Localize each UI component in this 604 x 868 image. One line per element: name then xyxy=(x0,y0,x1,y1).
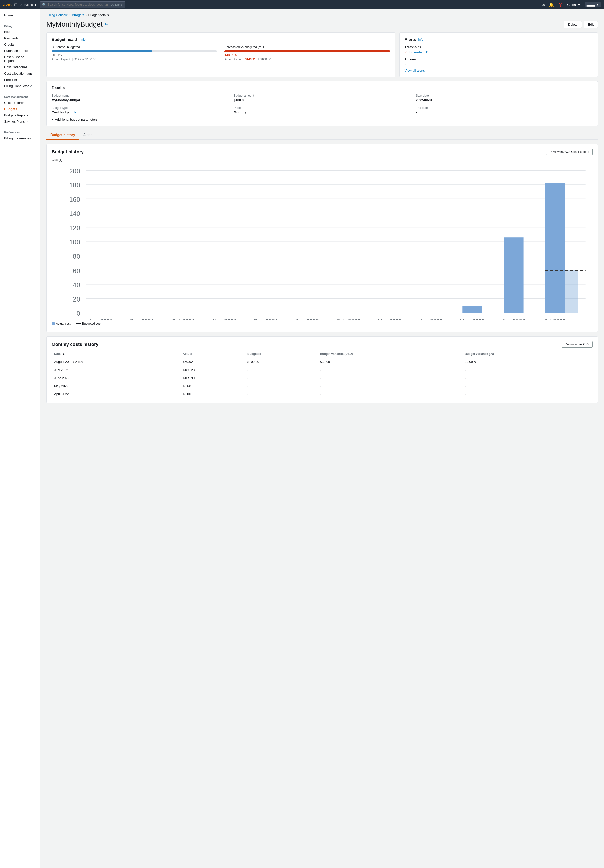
monthly-costs-title: Monthly costs history xyxy=(52,342,99,347)
sidebar-section-preferences: Preferences xyxy=(0,128,40,135)
row-actual: $60.92 xyxy=(180,358,245,366)
aws-logo: aws xyxy=(3,2,12,7)
cards-row: Budget health Info Current vs. budgeted … xyxy=(46,33,598,77)
account-menu[interactable]: ▄▄▄▄ ▼ xyxy=(585,2,601,7)
row-actual: $105.90 xyxy=(180,374,245,382)
threshold-exceeded: ⚠ Exceeded (1) xyxy=(405,50,593,54)
sidebar-item-budgets[interactable]: Budgets xyxy=(0,106,40,112)
current-progress-spent: Amount spent: $60.92 of $100.00 xyxy=(52,58,217,61)
bar-jun2022 xyxy=(504,237,524,313)
chart-x-axis: Aug 2021 Sep 2021 Oct 2021 Nov 2021 Dec … xyxy=(89,318,566,320)
tab-alerts[interactable]: Alerts xyxy=(79,130,96,140)
breadcrumb-sep-1: › xyxy=(70,13,71,17)
sidebar-item-budgets-reports[interactable]: Budgets Reports xyxy=(0,112,40,118)
svg-text:140: 140 xyxy=(70,210,80,217)
mail-icon[interactable]: ✉ xyxy=(542,2,545,7)
svg-text:Nov 2021: Nov 2021 xyxy=(212,318,237,320)
help-icon[interactable]: ❓ xyxy=(558,2,563,7)
budget-metrics: Current vs. budgeted 60.91% Amount spent… xyxy=(52,45,390,61)
sidebar-item-savings-plans[interactable]: Savings Plans ↗ xyxy=(0,118,40,125)
additional-budget-params[interactable]: ▶ Additional budget parameters xyxy=(52,118,593,121)
chart-y-label: Cost ($) xyxy=(52,158,593,162)
row-budgeted: - xyxy=(245,382,318,390)
sidebar-item-billing-preferences[interactable]: Billing preferences xyxy=(0,135,40,141)
monthly-costs-section: Monthly costs history Download as CSV Da… xyxy=(46,336,598,403)
legend-actual-sq xyxy=(52,322,55,325)
current-progress-bar-fill xyxy=(52,50,152,53)
external-link-icon-explorer: ↗ xyxy=(549,150,552,153)
view-all-alerts-link[interactable]: View all alerts xyxy=(405,68,593,72)
view-in-cost-explorer-button[interactable]: ↗ View in AWS Cost Explorer xyxy=(546,149,593,155)
breadcrumb-budgets[interactable]: Budgets xyxy=(72,13,84,17)
search-icon: 🔍 xyxy=(42,3,46,6)
forecasted-progress-pct: 143.31% xyxy=(224,53,390,57)
bell-icon[interactable]: 🔔 xyxy=(549,2,554,7)
chart-legend: Actual cost Budgeted cost xyxy=(52,322,593,326)
row-variance-usd: $39.09 xyxy=(318,358,462,366)
sidebar-item-credits[interactable]: Credits xyxy=(0,41,40,48)
sidebar-item-purchase-orders[interactable]: Purchase orders xyxy=(0,48,40,54)
forecasted-vs-budgeted-label: Forecasted vs budgeted (MTD) xyxy=(224,45,390,49)
row-budgeted: - xyxy=(245,366,318,374)
forecasted-progress-bar-bg xyxy=(224,50,390,53)
monthly-costs-table: Date ▲ Actual Budgeted Budget variance (… xyxy=(52,350,593,398)
row-variance-pct: 39.09% xyxy=(462,358,593,366)
svg-text:Aug 2021: Aug 2021 xyxy=(89,318,113,320)
detail-budget-amount: Budget amount $100.00 xyxy=(233,94,411,102)
row-variance-usd: - xyxy=(318,374,462,382)
services-button[interactable]: Services ▼ xyxy=(20,3,37,6)
budget-history-section: Budget history ↗ View in AWS Cost Explor… xyxy=(46,144,598,332)
svg-text:May 2022: May 2022 xyxy=(460,318,485,320)
detail-end-date: End date - xyxy=(416,106,593,114)
download-csv-button[interactable]: Download as CSV xyxy=(562,341,593,347)
row-variance-usd: - xyxy=(318,390,462,398)
detail-start-date: Start date 2022-08-01 xyxy=(416,94,593,102)
delete-button[interactable]: Delete xyxy=(564,21,582,28)
breadcrumb: Billing Console › Budgets › Budget detai… xyxy=(46,13,598,17)
actions-value: - xyxy=(405,62,593,66)
savings-plans-ext-icon: ↗ xyxy=(26,120,28,123)
svg-text:100: 100 xyxy=(70,239,80,246)
budget-health-info[interactable]: Info xyxy=(80,38,86,41)
sidebar-item-free-tier[interactable]: Free Tier xyxy=(0,77,40,83)
breadcrumb-billing-console[interactable]: Billing Console xyxy=(46,13,68,17)
sidebar-item-cost-categories[interactable]: Cost Categories xyxy=(0,64,40,70)
sidebar-item-cost-usage-reports[interactable]: Cost & Usage Reports xyxy=(0,54,40,64)
row-date: August 2022 (MTD) xyxy=(52,358,180,366)
sidebar-item-payments[interactable]: Payments xyxy=(0,35,40,41)
sidebar-item-cost-explorer[interactable]: Cost Explorer xyxy=(0,99,40,106)
sidebar-item-bills[interactable]: Bills xyxy=(0,29,40,35)
detail-budget-name: Budget name MyMonthlyBudget xyxy=(52,94,229,102)
search-shortcut: [Option+S] xyxy=(110,3,123,6)
search-bar[interactable]: 🔍 [Option+S] xyxy=(40,1,125,8)
bar-aug2022-partial xyxy=(565,270,578,313)
legend-actual-cost: Actual cost xyxy=(52,322,71,326)
col-variance-pct: Budget variance (%) xyxy=(462,350,593,358)
tab-budget-history[interactable]: Budget history xyxy=(46,130,79,140)
monthly-costs-header-row: Date ▲ Actual Budgeted Budget variance (… xyxy=(52,350,593,358)
sidebar-item-cost-allocation-tags[interactable]: Cost allocation tags xyxy=(0,70,40,77)
sidebar-item-home[interactable]: Home xyxy=(0,12,40,19)
alerts-info-button[interactable]: Info xyxy=(418,38,423,41)
svg-text:Feb 2022: Feb 2022 xyxy=(337,318,361,320)
svg-text:Jul 2022: Jul 2022 xyxy=(544,318,566,320)
forecasted-progress-spent: Amount spent: $143.31 of $100.00 xyxy=(224,58,390,61)
forecasted-progress-bar-fill xyxy=(224,50,390,53)
region-chevron-icon: ▼ xyxy=(577,3,581,6)
budget-history-chart: 200 180 160 140 120 xyxy=(52,163,593,320)
search-input[interactable] xyxy=(48,3,108,6)
edit-button[interactable]: Edit xyxy=(584,21,598,28)
thresholds-label: Thresholds xyxy=(405,45,593,49)
sidebar-section-cost-management: Cost Management xyxy=(0,93,40,99)
row-actual: $9.68 xyxy=(180,382,245,390)
svg-text:0: 0 xyxy=(77,310,80,317)
external-link-icon: ↗ xyxy=(30,84,32,88)
svg-text:Dec 2021: Dec 2021 xyxy=(254,318,278,320)
table-row: July 2022 $182.28 - - - xyxy=(52,366,593,374)
budget-type-info[interactable]: Info xyxy=(72,110,77,114)
region-selector[interactable]: Global ▼ xyxy=(567,3,580,6)
sidebar-item-billing-conductor[interactable]: Billing Conductor ↗ xyxy=(0,83,40,89)
page-info-button[interactable]: Info xyxy=(105,23,110,26)
exceeded-label: Exceeded (1) xyxy=(409,50,428,54)
sort-icon[interactable]: ▲ xyxy=(62,352,65,356)
